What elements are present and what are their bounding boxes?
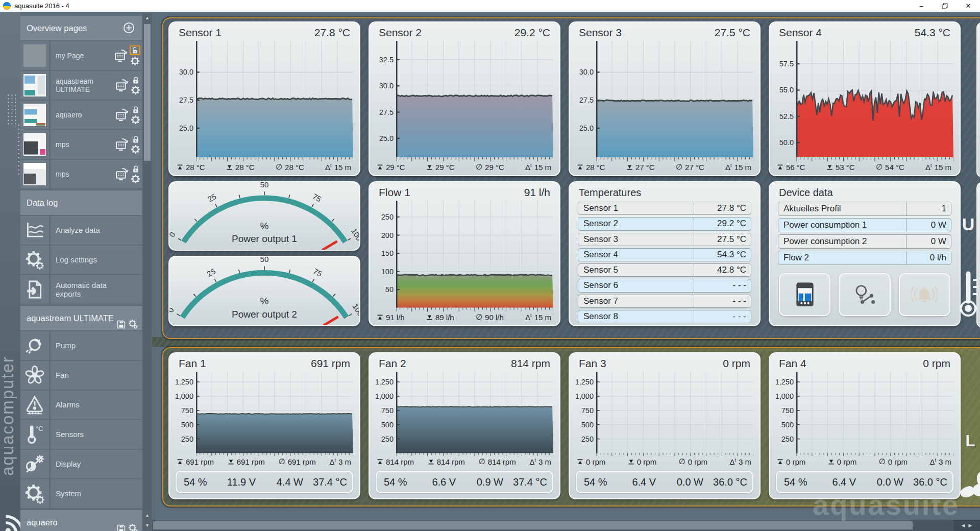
fan-3-tile-dt: Δt3 m	[729, 457, 751, 466]
scroll-left-icon[interactable]: ◀	[962, 523, 965, 528]
page-item-body[interactable]: mps	[51, 160, 142, 188]
fan-4-tile-max-value: 0 rpm	[786, 457, 805, 466]
lock-closed-icon[interactable]	[132, 135, 140, 143]
data-log-header: Data log	[20, 190, 142, 215]
y-tick-label: 30.0	[179, 68, 193, 76]
fan-1-tile-avg: ∅691 rpm	[279, 457, 316, 466]
sidebar-scrollbar-thumb[interactable]	[144, 24, 151, 161]
minimize-button[interactable]: –	[910, 0, 933, 12]
export-page-icon[interactable]	[115, 138, 129, 152]
export-page-icon[interactable]	[115, 167, 129, 181]
horizontal-scrollbar[interactable]: ◀ ▶	[152, 520, 980, 531]
lock-closed-icon[interactable]	[132, 76, 140, 84]
fan-4-tile-title: Fan 4	[779, 357, 806, 370]
bulb-button[interactable]	[839, 273, 890, 316]
svg-text:°C: °C	[36, 425, 43, 432]
horizontal-scrollbar-thumb[interactable]	[153, 521, 913, 529]
scroll-up-icon[interactable]: ▲	[143, 15, 152, 20]
restore-button[interactable]	[933, 0, 957, 12]
display-icon	[24, 454, 45, 474]
page-settings-icon[interactable]	[131, 85, 140, 95]
sidebar-item-sensors[interactable]: °CSensors	[20, 420, 142, 449]
fan-2-tile-y-axis-labels: 1,2501,000750500250	[372, 372, 396, 456]
add-page-button[interactable]	[123, 22, 135, 34]
lock-gear-column	[131, 135, 140, 154]
y-tick-label: 200	[381, 231, 394, 239]
gears-icon	[24, 484, 45, 504]
item-body[interactable]: Display	[51, 450, 142, 478]
temperature-row-8: Sensor 8- - -	[578, 310, 751, 323]
temperature-row-label: Sensor 8	[578, 311, 694, 322]
scroll-up-icon-bottom[interactable]: ▲	[143, 513, 152, 518]
sensor-3-tile-footer: 28 °C27 °C∅27 °CΔt15 m	[570, 162, 760, 175]
sidebar-page-item-aquastream-ultimate[interactable]: aquastream ULTIMATE	[20, 71, 142, 100]
page-settings-icon[interactable]	[130, 56, 140, 66]
scroll-right-icon[interactable]: ▶	[969, 523, 972, 528]
tank-button[interactable]	[779, 273, 830, 316]
item-body[interactable]: Alarms	[51, 391, 142, 419]
item-body[interactable]: Fan	[51, 361, 142, 390]
fan-3-tile-chart-area: 1,2501,000750500250	[570, 370, 760, 456]
flow-1-tile-dt-value: 15 m	[534, 313, 551, 322]
bell-icon	[911, 284, 938, 305]
device-data-row-1: Aktuelles Profil1	[778, 202, 951, 216]
page-item-body[interactable]: aquaero	[51, 101, 142, 129]
save-icon[interactable]	[117, 320, 126, 329]
close-button[interactable]: ✕	[957, 0, 980, 12]
sensor-4-tile-chart-area: 57.555.052.550.0	[770, 39, 960, 162]
sidebar-page-item-my-page[interactable]: my Page	[20, 41, 142, 70]
page-settings-icon[interactable]	[131, 144, 140, 154]
page-item-icons	[115, 71, 140, 100]
lock-open-icon[interactable]	[131, 46, 139, 54]
bell-button[interactable]	[899, 273, 950, 316]
device-settings-icon[interactable]	[128, 319, 138, 329]
save-icon[interactable]	[117, 524, 126, 531]
sidebar-item-display[interactable]: Display	[20, 450, 142, 478]
sensor-2-tile-chart	[396, 41, 553, 162]
lock-closed-icon[interactable]	[132, 165, 140, 173]
fan-2-tile-header: Fan 2814 rpm	[370, 353, 559, 370]
sidebar-page-item-aquaero[interactable]: aquaero	[20, 101, 142, 129]
sidebar-page-item-mps[interactable]: mps	[20, 130, 142, 159]
item-body[interactable]: Sensors	[51, 420, 142, 449]
svg-text:25: 25	[205, 267, 217, 278]
sidebar-item-alarms[interactable]: Alarms	[20, 391, 142, 419]
item-body[interactable]: System	[51, 479, 142, 508]
edge-thermometer-icon	[960, 270, 977, 321]
sidebar-scrollbar[interactable]: ▲ ▲ ▼	[143, 14, 152, 531]
item-body[interactable]: Automatic data exports	[51, 275, 142, 304]
sidebar-item-log-settings[interactable]: Log settings	[20, 246, 142, 274]
export-page-icon[interactable]	[114, 49, 128, 63]
scroll-down-icon[interactable]: ▼	[143, 523, 152, 528]
item-body[interactable]: Log settings	[51, 246, 142, 274]
sidebar-item-automatic-data-exports[interactable]: Automatic data exports	[20, 275, 142, 304]
item-icon-cell	[20, 216, 49, 245]
aquaero-settings-icon[interactable]	[128, 523, 138, 531]
item-body[interactable]: Analyze data	[51, 216, 142, 245]
sensor-1-tile-chart-area: 30.027.525.0	[169, 39, 359, 162]
sidebar-item-fan[interactable]: Fan	[20, 361, 142, 390]
sensor-3-tile-min: 27 °C	[626, 163, 655, 172]
item-body[interactable]: Pump	[51, 331, 142, 360]
y-tick-label: 1,250	[575, 378, 594, 386]
page-item-body[interactable]: my Page	[51, 41, 142, 70]
gears-icon	[25, 250, 44, 270]
lock-closed-icon[interactable]	[132, 106, 140, 114]
export-page-icon[interactable]	[115, 79, 129, 92]
sidebar-item-pump[interactable]: Pump	[20, 331, 142, 360]
sensor-1-tile-avg-value: 28 °C	[285, 163, 304, 172]
sidebar-item-system[interactable]: System	[20, 479, 142, 508]
sidebar-item-analyze-data[interactable]: Analyze data	[20, 216, 142, 245]
export-page-icon[interactable]	[115, 108, 129, 122]
item-icon-cell	[20, 331, 49, 360]
sidebar-page-item-mps[interactable]: mps	[20, 160, 142, 188]
horizontal-scroll-arrows[interactable]: ◀ ▶	[953, 520, 980, 531]
page-item-body[interactable]: aquastream ULTIMATE	[51, 71, 142, 100]
sensor-3-tile-chart-area: 30.027.525.0	[570, 39, 760, 162]
device-data-row-value: 0 l/h	[906, 251, 951, 264]
page-settings-icon[interactable]	[131, 174, 140, 184]
page-settings-icon[interactable]	[131, 115, 140, 125]
overview-pages-title: Overview pages	[27, 23, 87, 33]
app-icon	[3, 2, 11, 10]
page-item-body[interactable]: mps	[51, 130, 142, 159]
